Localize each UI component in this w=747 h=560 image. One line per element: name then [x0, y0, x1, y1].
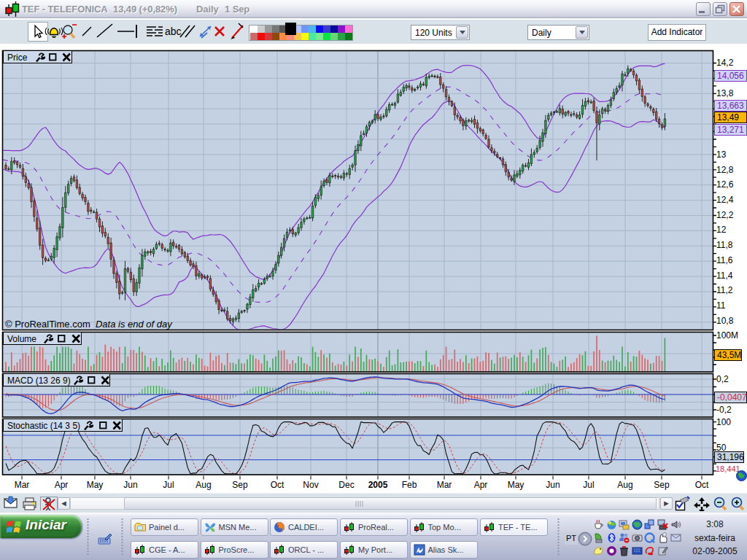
svg-text:abc: abc	[165, 26, 182, 37]
